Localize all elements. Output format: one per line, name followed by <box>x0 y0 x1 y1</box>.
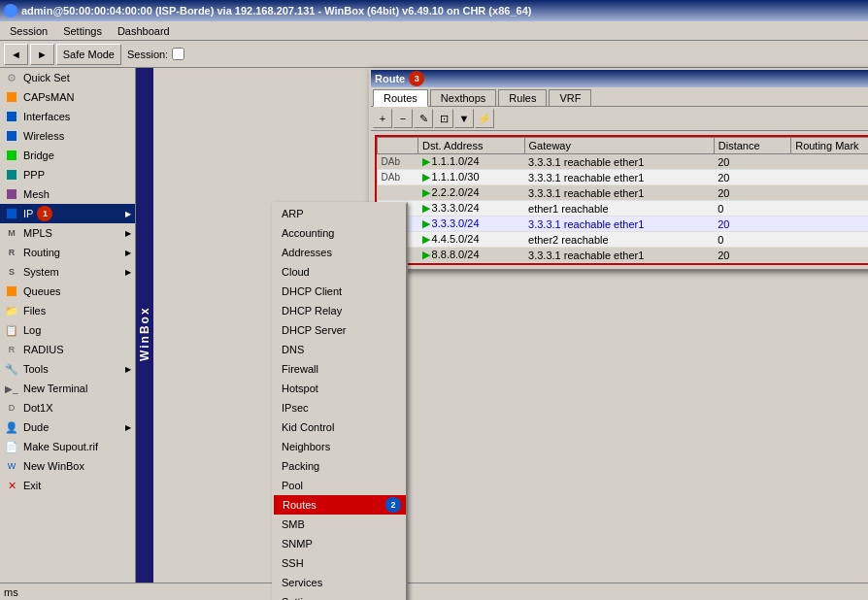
submenu-packing[interactable]: Packing <box>274 456 406 476</box>
sort-button[interactable]: ▼ <box>454 109 474 128</box>
sidebar-item-ip[interactable]: IP 1 ▶ <box>0 204 135 223</box>
col-dst[interactable]: Dst. Address <box>418 138 524 154</box>
supout-icon: 📄 <box>4 439 19 454</box>
sidebar-item-label: PPP <box>23 169 45 181</box>
tab-nexthops[interactable]: Nexthops <box>430 89 496 106</box>
sidebar-item-mesh[interactable]: Mesh <box>0 184 135 204</box>
sidebar-item-routing[interactable]: R Routing ▶ <box>0 243 135 262</box>
ip-submenu: ARP Accounting Addresses Cloud DHCP Clie… <box>272 202 408 600</box>
window-title-text: Route <box>375 73 405 84</box>
submenu-pool[interactable]: Pool <box>274 476 406 495</box>
submenu-arp[interactable]: ARP <box>274 204 406 223</box>
sidebar-item-capsman[interactable]: CAPsMAN <box>0 87 135 107</box>
main-layout: ⚙ Quick Set CAPsMAN Interfaces Wireless … <box>0 68 868 600</box>
table-row[interactable]: ▶2.2.2.0/243.3.3.1 reachable ether120 <box>378 185 869 201</box>
submenu-dhcp-relay[interactable]: DHCP Relay <box>274 301 406 320</box>
submenu-settings[interactable]: Settings <box>274 592 406 600</box>
sidebar-item-ppp[interactable]: PPP <box>0 165 135 184</box>
sidebar-item-radius[interactable]: R RADIUS <box>0 340 135 359</box>
submenu-firewall[interactable]: Firewall <box>274 359 406 379</box>
sidebar-item-system[interactable]: S System ▶ <box>0 262 135 282</box>
table-row[interactable]: DAb▶1.1.1.0/303.3.3.1 reachable ether120 <box>378 170 869 185</box>
submenu-addresses[interactable]: Addresses <box>274 243 406 262</box>
tools-arrow-icon: ▶ <box>125 365 131 374</box>
col-distance[interactable]: Distance <box>714 138 790 154</box>
row-routing-mark <box>791 185 868 201</box>
row-dst: ▶3.3.3.0/24 <box>418 201 524 217</box>
system-icon: S <box>4 264 19 280</box>
table-row[interactable]: ▶4.4.5.0/24ether2 reachable04.4.5.254 <box>378 232 869 248</box>
table-row[interactable]: ▶3.3.3.0/243.3.3.1 reachable ether120 <box>378 217 869 232</box>
sidebar-item-exit[interactable]: ✕ Exit <box>0 476 135 495</box>
content-area: ARP Accounting Addresses Cloud DHCP Clie… <box>136 68 868 600</box>
row-gateway: 3.3.3.1 reachable ether1 <box>524 170 714 185</box>
sidebar-item-new-terminal[interactable]: ▶_ New Terminal <box>0 379 135 398</box>
submenu-neighbors[interactable]: Neighbors <box>274 437 406 456</box>
sidebar-item-quick-set[interactable]: ⚙ Quick Set <box>0 68 135 87</box>
submenu-smb[interactable]: SMB <box>274 515 406 534</box>
sidebar-item-label: New WinBox <box>23 460 84 472</box>
menu-dashboard[interactable]: Dashboard <box>110 23 178 39</box>
sidebar-item-wireless[interactable]: Wireless <box>0 126 135 146</box>
submenu-kid-control[interactable]: Kid Control <box>274 417 406 437</box>
copy-button[interactable]: ⊡ <box>434 109 453 128</box>
tab-routes[interactable]: Routes <box>373 89 428 107</box>
submenu-dhcp-client[interactable]: DHCP Client <box>274 282 406 301</box>
submenu-services[interactable]: Services <box>274 573 406 592</box>
submenu-accounting[interactable]: Accounting <box>274 223 406 243</box>
col-gateway[interactable]: Gateway <box>524 138 714 154</box>
sidebar-item-label: Mesh <box>23 188 50 200</box>
menu-settings[interactable]: Settings <box>55 23 110 39</box>
sidebar-item-label: Exit <box>23 480 41 491</box>
row-gateway: 3.3.3.1 reachable ether1 <box>524 248 714 263</box>
sidebar-item-bridge[interactable]: Bridge <box>0 146 135 165</box>
back-button[interactable]: ◄ <box>4 44 28 65</box>
sidebar-item-label: MPLS <box>23 227 52 239</box>
ip-icon <box>4 206 19 221</box>
status-bar: ms <box>0 583 868 600</box>
tab-vrf[interactable]: VRF <box>549 89 591 106</box>
sidebar-item-make-supout[interactable]: 📄 Make Supout.rif <box>0 437 135 456</box>
row-dst: ▶2.2.2.0/24 <box>418 185 524 201</box>
row-distance: 20 <box>714 185 790 201</box>
submenu-cloud[interactable]: Cloud <box>274 262 406 282</box>
sidebar-item-queues[interactable]: Queues <box>0 282 135 301</box>
session-checkbox[interactable] <box>172 48 184 60</box>
sidebar-item-dot1x[interactable]: D Dot1X <box>0 398 135 417</box>
submenu-dhcp-server[interactable]: DHCP Server <box>274 320 406 340</box>
sidebar-item-log[interactable]: 📋 Log <box>0 320 135 340</box>
table-row[interactable]: DAb▶1.1.1.0/243.3.3.1 reachable ether120 <box>378 154 869 170</box>
submenu-ssh[interactable]: SSH <box>274 553 406 573</box>
filter-button[interactable]: ⚡ <box>475 109 494 128</box>
tab-rules[interactable]: Rules <box>498 89 547 106</box>
row-distance: 20 <box>714 248 790 263</box>
sidebar-item-mpls[interactable]: M MPLS ▶ <box>0 223 135 243</box>
submenu-hotspot[interactable]: Hotspot <box>274 379 406 398</box>
row-dst: ▶1.1.1.0/30 <box>418 170 524 185</box>
edit-button[interactable]: ✎ <box>414 109 433 128</box>
submenu-ipsec[interactable]: IPsec <box>274 398 406 417</box>
row-gateway: 3.3.3.1 reachable ether1 <box>524 185 714 201</box>
menu-bar: Session Settings Dashboard <box>0 21 868 41</box>
sidebar-item-tools[interactable]: 🔧 Tools ▶ <box>0 359 135 379</box>
submenu-snmp[interactable]: SNMP <box>274 534 406 553</box>
table-row[interactable]: ▶3.3.3.0/24ether1 reachable03.3.3.2 <box>378 201 869 217</box>
sidebar-item-label: Queues <box>23 285 61 297</box>
tools-icon: 🔧 <box>4 361 19 377</box>
sidebar-item-files[interactable]: 📁 Files <box>0 301 135 320</box>
col-routing-mark[interactable]: Routing Mark <box>791 138 868 154</box>
menu-session[interactable]: Session <box>2 23 55 39</box>
safe-mode-button[interactable]: Safe Mode <box>56 44 121 65</box>
submenu-routes[interactable]: Routes 2 <box>274 495 406 515</box>
submenu-dns[interactable]: DNS <box>274 340 406 359</box>
add-button[interactable]: + <box>373 109 392 128</box>
row-gateway: 3.3.3.1 reachable ether1 <box>524 154 714 170</box>
forward-button[interactable]: ► <box>30 44 54 65</box>
table-row[interactable]: ▶8.8.8.0/243.3.3.1 reachable ether120 <box>378 248 869 263</box>
sidebar-item-interfaces[interactable]: Interfaces <box>0 107 135 126</box>
remove-button[interactable]: − <box>393 109 413 128</box>
sidebar-item-dude[interactable]: 👤 Dude ▶ <box>0 417 135 437</box>
sidebar-item-label: Routing <box>23 247 60 258</box>
sidebar-item-new-winbox[interactable]: W New WinBox <box>0 456 135 476</box>
bridge-icon <box>4 148 19 163</box>
